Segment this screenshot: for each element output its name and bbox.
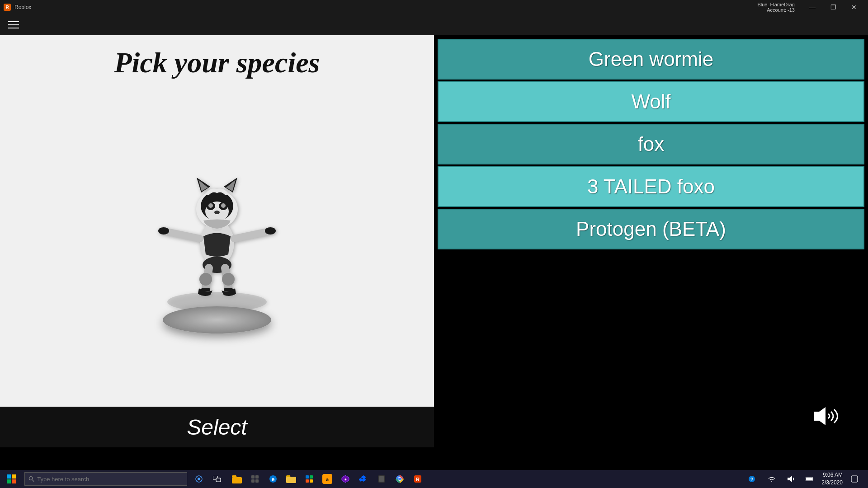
species-item-fox[interactable]: fox xyxy=(438,124,864,164)
dropbox-icon xyxy=(359,474,368,483)
help-icon: ? xyxy=(748,475,756,483)
hamburger-line-3 xyxy=(8,28,19,28)
folder-icon xyxy=(286,475,296,483)
species-item-green-wormie[interactable]: Green wormie xyxy=(438,39,864,80)
taskbar-quick-icons xyxy=(191,471,225,487)
task-view-icon xyxy=(213,476,221,482)
window-title: Roblox xyxy=(14,4,31,10)
minimize-button[interactable]: — xyxy=(802,0,823,14)
select-label: Select xyxy=(187,415,247,440)
taskbar-app9[interactable] xyxy=(373,471,390,487)
svg-point-12 xyxy=(208,203,213,208)
svg-text:?: ? xyxy=(750,477,754,482)
task-view-button[interactable] xyxy=(209,471,225,487)
title-bar: R Roblox Blue_FlameDrag Account: -13 — ❐… xyxy=(0,0,868,14)
cortana-button[interactable] xyxy=(191,471,207,487)
species-item-wolf[interactable]: Wolf xyxy=(438,81,864,122)
game-area: Pick your species xyxy=(0,35,868,470)
svg-rect-21 xyxy=(224,288,233,291)
character-svg xyxy=(154,139,280,311)
svg-text:a: a xyxy=(326,477,329,482)
time-display: 9:06 AM xyxy=(821,471,843,479)
svg-point-19 xyxy=(222,273,235,286)
search-bar[interactable] xyxy=(24,472,187,486)
svg-marker-61 xyxy=(788,476,792,482)
volume-icon xyxy=(809,405,845,427)
account-label: Account: -13 xyxy=(757,7,795,13)
taskbar-amazon[interactable]: a xyxy=(319,471,335,487)
species-item-3tailed-foxo[interactable]: 3 TAILED foxo xyxy=(438,166,864,207)
cortana-icon xyxy=(195,475,203,483)
hamburger-line-1 xyxy=(8,21,19,22)
svg-point-56 xyxy=(398,478,401,480)
file-explorer-icon xyxy=(232,474,242,483)
wifi-button[interactable] xyxy=(764,471,780,487)
search-input[interactable] xyxy=(37,476,183,483)
character-figure xyxy=(149,153,285,333)
date-display: 2/3/2020 xyxy=(821,479,843,487)
select-button[interactable]: Select xyxy=(0,407,434,447)
svg-point-13 xyxy=(221,203,226,208)
restore-button[interactable]: ❐ xyxy=(823,0,844,14)
svg-rect-53 xyxy=(379,476,384,482)
app9-icon xyxy=(377,474,386,483)
taskbar-file-explorer[interactable] xyxy=(229,471,245,487)
svg-rect-63 xyxy=(812,478,813,480)
system-tray xyxy=(764,471,818,487)
species-list: Green wormie Wolf fox 3 TAILED foxo Prot… xyxy=(434,35,868,253)
svg-rect-43 xyxy=(306,479,309,483)
title-bar-right: Blue_FlameDrag Account: -13 — ❐ ✕ xyxy=(757,0,864,14)
species-label-protogen: Protogen (BETA) xyxy=(576,218,726,240)
taskbar-app-icons: e a ✦ xyxy=(229,471,426,487)
taskbar: e a ✦ xyxy=(0,470,868,488)
svg-rect-26 xyxy=(12,479,16,483)
roblox-taskbar-icon: R xyxy=(413,474,422,483)
species-label-fox: fox xyxy=(638,133,665,155)
account-info: Blue_FlameDrag Account: -13 xyxy=(757,2,795,13)
svg-line-2 xyxy=(167,232,200,239)
svg-point-5 xyxy=(265,227,276,235)
taskbar-store[interactable] xyxy=(301,471,317,487)
volume-button[interactable] xyxy=(783,471,799,487)
volume-area[interactable] xyxy=(809,405,845,429)
hamburger-menu-button[interactable] xyxy=(5,17,22,33)
volume-taskbar-icon xyxy=(787,475,795,483)
svg-point-3 xyxy=(158,227,169,235)
taskbar-chrome[interactable] xyxy=(392,471,408,487)
taskbar-roblox[interactable]: R xyxy=(410,471,426,487)
taskbar-folder[interactable] xyxy=(283,471,299,487)
taskbar-app6[interactable]: ✦ xyxy=(337,471,354,487)
species-item-protogen[interactable]: Protogen (BETA) xyxy=(438,209,864,249)
battery-icon xyxy=(806,476,814,482)
svg-text:R: R xyxy=(416,477,420,482)
edge-icon: e xyxy=(269,474,278,483)
svg-rect-32 xyxy=(216,478,221,482)
svg-rect-35 xyxy=(255,475,259,479)
svg-rect-44 xyxy=(310,479,313,483)
close-button[interactable]: ✕ xyxy=(844,0,864,14)
hamburger-line-2 xyxy=(8,24,19,25)
notification-area: ? xyxy=(744,471,760,487)
amazon-icon: a xyxy=(322,474,332,484)
svg-line-28 xyxy=(32,480,34,482)
taskbar-edge[interactable]: e xyxy=(265,471,281,487)
species-label-3tailed-foxo: 3 TAILED foxo xyxy=(587,175,715,198)
svg-rect-64 xyxy=(806,478,812,480)
left-panel: Pick your species xyxy=(0,35,434,447)
svg-point-30 xyxy=(198,478,200,480)
taskbar-dropbox[interactable] xyxy=(355,471,372,487)
roblox-icon: R xyxy=(4,4,11,11)
help-button[interactable]: ? xyxy=(744,471,760,487)
taskbar-task-manager[interactable] xyxy=(247,471,263,487)
chrome-icon xyxy=(395,474,404,483)
notification-button[interactable] xyxy=(846,471,863,487)
task-manager-icon xyxy=(250,474,259,483)
svg-rect-37 xyxy=(255,479,259,483)
battery-button[interactable] xyxy=(802,471,818,487)
svg-rect-34 xyxy=(251,475,255,479)
svg-rect-33 xyxy=(232,477,242,483)
svg-marker-49 xyxy=(361,475,366,479)
start-button[interactable] xyxy=(0,470,23,488)
store-icon xyxy=(305,474,314,483)
svg-marker-22 xyxy=(814,407,826,425)
